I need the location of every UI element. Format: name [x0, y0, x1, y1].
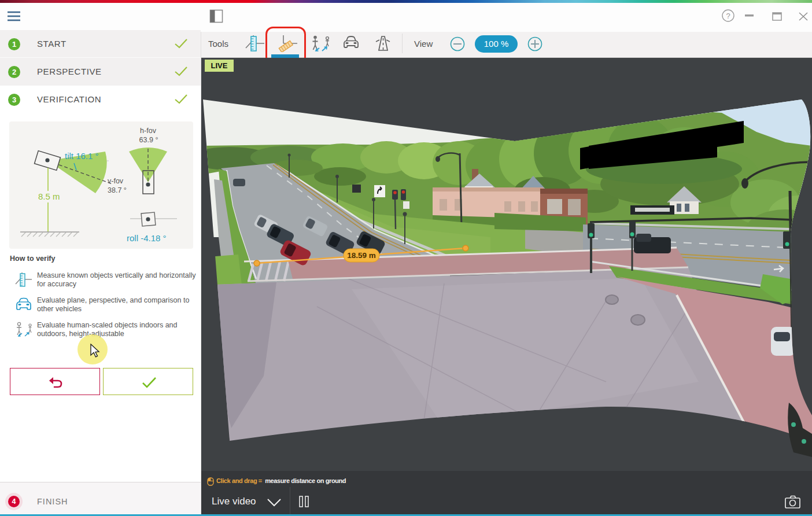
svg-text:?: ?	[726, 12, 730, 20]
svg-text:18.59 m: 18.59 m	[347, 251, 376, 260]
svg-text:38.7 °: 38.7 °	[108, 186, 127, 194]
svg-text:v-fov: v-fov	[108, 177, 124, 185]
svg-text:63.9 °: 63.9 °	[139, 136, 158, 144]
svg-text:roll -4.18 °: roll -4.18 °	[127, 233, 167, 243]
svg-text:h-fov: h-fov	[140, 127, 157, 135]
svg-text:8.5 m: 8.5 m	[38, 191, 60, 201]
svg-text:tilt 16.1 °: tilt 16.1 °	[65, 151, 99, 161]
